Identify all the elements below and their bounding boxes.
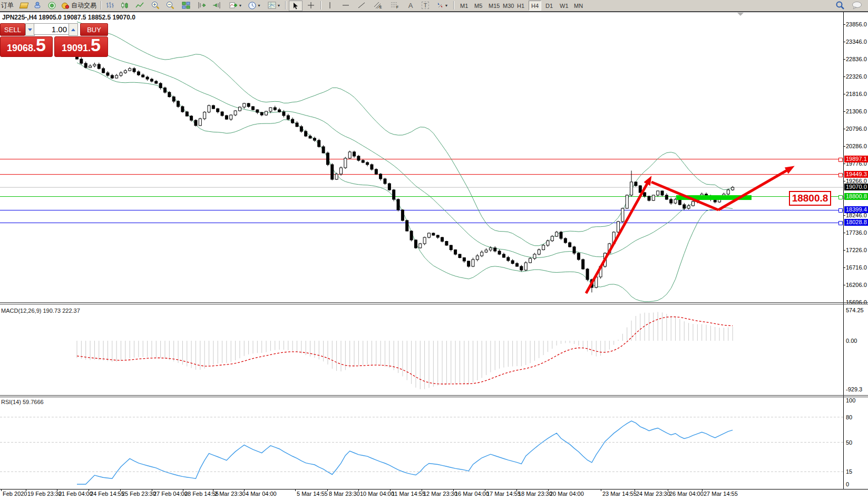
clock-icon bbox=[248, 2, 256, 9]
candlestick-mode-icon[interactable] bbox=[119, 1, 131, 10]
crosshair-icon bbox=[307, 2, 315, 9]
auto-scroll-button[interactable] bbox=[196, 1, 208, 10]
auto-scroll-icon bbox=[198, 2, 206, 9]
zoom-in-button[interactable] bbox=[150, 1, 161, 10]
trend-arrow-1[interactable] bbox=[586, 180, 649, 293]
timeframe-m1[interactable]: M1 bbox=[457, 1, 471, 11]
timeframe-d1[interactable]: D1 bbox=[543, 1, 555, 11]
pane-separator[interactable] bbox=[0, 304, 868, 304]
svg-text:F: F bbox=[396, 5, 398, 9]
chevron-down-icon: ▼ bbox=[277, 4, 281, 7]
chat-button[interactable] bbox=[850, 1, 864, 10]
candles-icon bbox=[121, 2, 129, 9]
bid-price-main: 19068 bbox=[7, 43, 33, 54]
bollinger-middle bbox=[77, 42, 733, 257]
chart-plot bbox=[0, 0, 868, 499]
volume-input[interactable] bbox=[34, 23, 70, 35]
buy-label: BUY bbox=[87, 26, 101, 34]
chevron-down-icon: ▼ bbox=[445, 4, 448, 7]
chevron-down-icon bbox=[28, 28, 32, 31]
timeframe-w1[interactable]: W1 bbox=[557, 1, 571, 11]
history-center-icon[interactable] bbox=[19, 1, 28, 10]
cursor-tool[interactable] bbox=[289, 1, 303, 11]
line-anchor[interactable] bbox=[838, 195, 843, 199]
line-anchor[interactable] bbox=[838, 208, 843, 213]
support-price-tag[interactable]: 18800.8 bbox=[789, 191, 831, 206]
search-button[interactable] bbox=[834, 1, 846, 10]
text-tool[interactable]: A bbox=[405, 1, 416, 10]
channel-tool[interactable]: E bbox=[371, 1, 385, 10]
arrow-shapes-icon bbox=[436, 2, 444, 9]
macd-label: MACD(12,26,9) 190.73 222.37 bbox=[1, 308, 80, 314]
rsi-label: RSI(14) 59.7666 bbox=[1, 399, 44, 405]
chat-bubble-icon bbox=[852, 2, 862, 9]
bid-price-display[interactable]: 19068.5 bbox=[0, 36, 53, 57]
line-anchor[interactable] bbox=[838, 173, 843, 177]
rsi-line bbox=[77, 421, 733, 484]
pane-separator[interactable] bbox=[0, 397, 868, 397]
macd-signal-line bbox=[77, 317, 733, 384]
tile-windows-button[interactable] bbox=[180, 1, 192, 10]
arrows-tool[interactable]: ▼ bbox=[434, 1, 450, 10]
vertical-line-icon bbox=[327, 2, 333, 9]
crosshair-tool[interactable] bbox=[305, 1, 317, 10]
autotrade-button[interactable]: 自动交易 bbox=[61, 1, 96, 10]
text-label-tool[interactable]: T bbox=[420, 1, 431, 10]
pane-separator[interactable] bbox=[0, 395, 868, 396]
chevron-up-icon bbox=[71, 28, 75, 31]
price-line-label-19070.0: 19070.0 bbox=[844, 184, 868, 190]
bar-chart-mode-icon[interactable] bbox=[104, 1, 116, 10]
volume-increase-button[interactable] bbox=[69, 23, 78, 36]
timeframe-m5[interactable]: M5 bbox=[472, 1, 485, 11]
mt4-window: 订单 自动交易 bbox=[0, 0, 868, 499]
zoom-out-button[interactable] bbox=[164, 1, 176, 10]
line-anchor[interactable] bbox=[838, 158, 843, 162]
price-line-label-18028.8: 18028.8 bbox=[844, 219, 868, 226]
autotrade-label: 自动交易 bbox=[71, 1, 96, 10]
bollinger-upper bbox=[77, 22, 733, 245]
line-icon bbox=[135, 2, 144, 9]
chart-shift-button[interactable] bbox=[211, 1, 222, 10]
horizontal-line-tool[interactable] bbox=[339, 1, 352, 10]
horizontal-line-icon bbox=[342, 3, 349, 8]
line-anchor[interactable] bbox=[838, 221, 843, 225]
chart-shift-icon bbox=[212, 2, 221, 9]
templates-button[interactable]: ▼ bbox=[266, 1, 282, 10]
new-order-button[interactable]: 订单 bbox=[1, 1, 14, 10]
fibonacci-tool[interactable]: F bbox=[388, 1, 402, 10]
ask-price-display[interactable]: 19091.5 bbox=[54, 36, 108, 57]
timeframe-mn[interactable]: MN bbox=[571, 1, 586, 11]
gold-block-icon bbox=[19, 3, 28, 8]
trendline-icon bbox=[358, 2, 365, 9]
user-cloud-icon bbox=[33, 2, 42, 9]
text-a-icon: A bbox=[408, 2, 413, 9]
timeframe-h1[interactable]: H1 bbox=[514, 1, 527, 11]
cursor-arrow-icon bbox=[292, 2, 299, 9]
periods-button[interactable]: ▼ bbox=[247, 1, 262, 10]
timeframe-h4[interactable]: H4 bbox=[529, 1, 541, 11]
ask-price-pips: 5 bbox=[91, 37, 101, 53]
zoom-in-icon bbox=[151, 1, 160, 9]
add-indicator-icon bbox=[229, 2, 238, 9]
signals-icon[interactable] bbox=[47, 1, 56, 10]
equidistant-channel-icon: E bbox=[374, 2, 382, 9]
price-line-label-19897.1: 19897.1 bbox=[844, 156, 868, 162]
buy-button[interactable]: BUY bbox=[80, 23, 108, 36]
signal-rings-icon bbox=[48, 2, 56, 9]
template-icon bbox=[268, 2, 276, 9]
chevron-down-icon: ▼ bbox=[257, 4, 261, 7]
sell-button[interactable]: SELL bbox=[0, 23, 25, 36]
trendline-tool[interactable] bbox=[355, 1, 368, 10]
ask-price-main: 19091 bbox=[62, 43, 88, 54]
text-t-icon: T bbox=[422, 2, 430, 9]
vertical-line-tool[interactable] bbox=[324, 1, 336, 10]
indicators-button[interactable]: ▼ bbox=[228, 1, 243, 10]
rsi-pane bbox=[0, 417, 843, 484]
line-chart-mode-icon[interactable] bbox=[134, 1, 145, 10]
profile-icon[interactable] bbox=[33, 1, 42, 10]
pane-separator[interactable] bbox=[0, 302, 868, 303]
price-line-label-19449.3: 19449.3 bbox=[844, 171, 868, 178]
order-label: 订单 bbox=[1, 1, 14, 10]
macd-pane bbox=[77, 312, 733, 389]
time-axis-border bbox=[0, 489, 868, 490]
